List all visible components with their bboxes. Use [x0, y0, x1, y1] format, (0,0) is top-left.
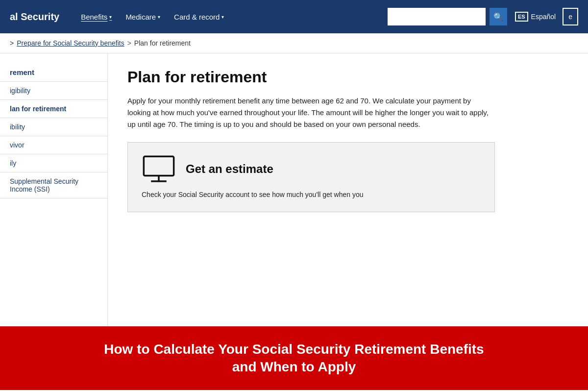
nav-medicare-chevron: ▾	[158, 14, 160, 20]
sidebar-item-eligibility[interactable]: igibility	[0, 82, 107, 100]
sidebar-item-family[interactable]: ily	[0, 154, 107, 172]
main-layout: rement igibility lan for retirement ibil…	[0, 53, 588, 326]
nav-card-record-chevron: ▾	[221, 14, 224, 20]
svg-rect-0	[144, 156, 173, 175]
nav-item-benefits[interactable]: Benefits ▾	[74, 9, 119, 25]
bottom-banner: How to Calculate Your Social Security Re…	[0, 326, 588, 390]
breadcrumb-link[interactable]: Prepare for Social Security benefits	[17, 39, 124, 47]
sidebar-item-plan-retirement[interactable]: lan for retirement	[0, 100, 107, 118]
sidebar: rement igibility lan for retirement ibil…	[0, 53, 108, 326]
banner-line1: How to Calculate Your Social Security Re…	[104, 342, 484, 357]
language-area: ES Español	[515, 12, 556, 22]
site-logo: al Security	[10, 11, 59, 23]
breadcrumb: > Prepare for Social Security benefits >…	[0, 33, 588, 53]
sidebar-item-retirement[interactable]: rement	[0, 63, 107, 82]
site-header: al Security Benefits ▾ Medicare ▾ Card &…	[0, 0, 588, 33]
main-content: Plan for retirement Apply for your month…	[108, 53, 588, 326]
breadcrumb-arrow: >	[10, 39, 14, 47]
login-button[interactable]: e	[563, 8, 578, 25]
banner-text: How to Calculate Your Social Security Re…	[104, 341, 484, 376]
estimate-card: Get an estimate Check your Social Securi…	[127, 142, 495, 212]
search-input[interactable]	[388, 8, 486, 25]
search-button[interactable]: 🔍	[490, 8, 507, 25]
page-description: Apply for your monthly retirement benefi…	[127, 95, 495, 130]
estimate-card-title: Get an estimate	[186, 162, 273, 176]
nav-card-record-label: Card & record	[174, 13, 220, 21]
main-nav: Benefits ▾ Medicare ▾ Card & record ▾	[74, 9, 231, 25]
banner-line2: and When to Apply	[232, 359, 356, 374]
nav-medicare-label: Medicare	[125, 13, 156, 21]
monitor-icon	[142, 154, 176, 184]
nav-item-medicare[interactable]: Medicare ▾	[119, 9, 167, 25]
es-badge: ES	[515, 12, 528, 22]
breadcrumb-separator: >	[127, 39, 131, 47]
nav-benefits-chevron: ▾	[109, 14, 112, 20]
page-title: Plan for retirement	[127, 68, 568, 86]
sidebar-item-survivor[interactable]: vivor	[0, 136, 107, 154]
search-icon: 🔍	[493, 12, 503, 22]
nav-benefits-label: Benefits	[81, 13, 107, 21]
sidebar-item-disability[interactable]: ibility	[0, 118, 107, 136]
login-icon: e	[568, 13, 572, 21]
estimate-card-description: Check your Social Security account to se…	[142, 190, 481, 200]
sidebar-item-ssi[interactable]: Supplemental SecurityIncome (SSI)	[0, 172, 107, 198]
breadcrumb-current: Plan for retirement	[134, 39, 191, 47]
search-area: 🔍	[388, 8, 507, 25]
nav-item-card-record[interactable]: Card & record ▾	[167, 9, 231, 25]
espanol-link[interactable]: Español	[531, 13, 556, 21]
estimate-card-header: Get an estimate	[142, 154, 481, 184]
